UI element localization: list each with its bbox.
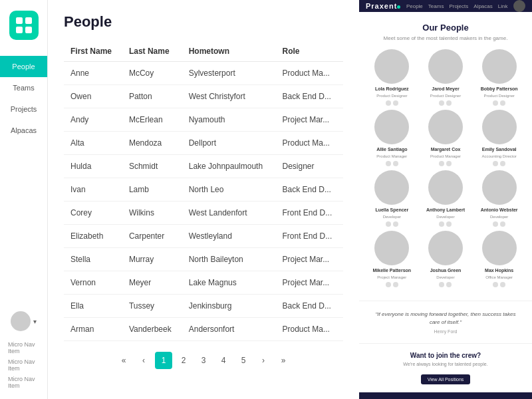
social-icon[interactable] — [386, 100, 391, 106]
person-name: Mikelle Patterson — [373, 268, 412, 273]
social-icon[interactable] — [500, 221, 505, 227]
table-cell: Project Mar... — [276, 271, 343, 295]
micro-nav-item-1[interactable]: Micro Nav Item — [4, 339, 43, 356]
person-social-icons — [386, 100, 398, 106]
pagination-btn[interactable]: 4 — [215, 352, 232, 369]
social-icon[interactable] — [439, 100, 444, 106]
social-icon[interactable] — [500, 161, 505, 166]
pagination-btn[interactable]: 5 — [235, 352, 252, 369]
social-icon[interactable] — [439, 282, 444, 287]
nav-item-projects[interactable]: Projects — [0, 98, 47, 120]
person-social-icons — [493, 100, 505, 106]
person-card: Emily SandovalAccounting Director — [474, 110, 524, 166]
avatar — [11, 311, 31, 331]
pagination-btn[interactable]: » — [275, 352, 292, 369]
table-row: IvanLambNorth LeoBack End D... — [64, 178, 343, 201]
navbar-link-alpacas[interactable]: Alpacas — [473, 3, 492, 9]
brand-dot — [397, 5, 400, 9]
table-cell: Andersonfort — [182, 318, 276, 341]
social-icon[interactable] — [393, 221, 398, 227]
navbar-link-teams[interactable]: Teams — [428, 3, 444, 9]
nav-item-alpacas[interactable]: Alpacas — [0, 120, 47, 141]
pagination-btn[interactable]: « — [115, 352, 132, 369]
navbar-link-extra[interactable]: Link — [498, 3, 508, 9]
social-icon[interactable] — [500, 100, 505, 106]
pagination-btn[interactable]: › — [255, 352, 272, 369]
svg-rect-2 — [16, 27, 23, 33]
social-icon[interactable] — [446, 100, 452, 106]
pagination-btn[interactable]: 1 — [155, 352, 172, 369]
social-icon[interactable] — [393, 161, 398, 166]
nav-item-teams[interactable]: Teams — [0, 77, 47, 98]
person-social-icons — [439, 100, 452, 106]
table-cell: Owen — [64, 85, 122, 108]
main-content: People First Name Last Name Hometown Rol… — [48, 0, 359, 399]
pagination-btn[interactable]: 2 — [175, 352, 192, 369]
table-cell: Ella — [64, 295, 122, 318]
person-name: Joshua Green — [430, 268, 462, 273]
col-hometown: Hometown — [182, 41, 276, 62]
table-row: ElizabethCarpenterWestleylandFront End D… — [64, 225, 343, 248]
table-cell: Product Ma... — [276, 132, 343, 155]
social-icon[interactable] — [493, 100, 498, 106]
quote-text: "If everyone is moving forward together,… — [370, 311, 521, 327]
sidebar-logo — [9, 11, 39, 40]
view-positions-button[interactable]: View All Positions — [421, 374, 471, 384]
table-cell: North Baileyton — [182, 248, 276, 271]
pagination-btn[interactable]: 3 — [195, 352, 212, 369]
table-cell: Product Ma... — [276, 62, 343, 85]
person-avatar — [374, 170, 409, 205]
top-navbar: Praxent People Teams Projects Alpacas Li… — [359, 0, 532, 12]
table-cell: Tussey — [122, 295, 182, 318]
person-social-icons — [439, 161, 452, 166]
table-cell: Vanderbeek — [122, 318, 182, 341]
our-people-title: Our People — [367, 23, 524, 33]
social-icon[interactable] — [500, 282, 505, 287]
social-icon[interactable] — [493, 221, 498, 227]
social-icon[interactable] — [386, 282, 391, 287]
table-cell: McErlean — [122, 108, 182, 132]
table-cell: McCoy — [122, 62, 182, 85]
person-name: Margaret Cox — [431, 147, 461, 152]
person-social-icons — [439, 282, 452, 287]
social-icon[interactable] — [386, 161, 391, 166]
navbar-link-projects[interactable]: Projects — [449, 3, 468, 9]
table-cell: Andy — [64, 108, 122, 132]
person-role: Product Designer — [376, 94, 407, 98]
person-avatar — [428, 49, 463, 84]
person-name: Max Hopkins — [485, 268, 513, 273]
person-social-icons — [439, 221, 452, 227]
person-card: Margaret CoxProduct Manager — [421, 110, 471, 166]
table-cell: West Landenfort — [182, 201, 276, 225]
nav-item-people[interactable]: People — [0, 56, 47, 77]
social-icon[interactable] — [439, 161, 444, 166]
social-icon[interactable] — [439, 221, 444, 227]
person-card: Mikelle PattersonProject Manager — [367, 231, 417, 287]
person-name: Luella Spencer — [375, 207, 408, 212]
social-icon[interactable] — [393, 100, 398, 106]
person-avatar — [428, 110, 463, 144]
table-cell: Alta — [64, 132, 122, 155]
person-avatar — [428, 170, 463, 205]
social-icon[interactable] — [446, 221, 452, 227]
navbar-link-people[interactable]: People — [406, 3, 423, 9]
table-cell: Corey — [64, 201, 122, 225]
social-icon[interactable] — [446, 282, 452, 287]
person-card: Max HopkinsOffice Manager — [474, 231, 524, 287]
table-cell: Schmidt — [122, 155, 182, 178]
micro-nav-item-3[interactable]: Micro Nav Item — [4, 374, 43, 391]
person-card: Allie SantiagoProduct Manager — [367, 110, 417, 166]
person-card: Lola RodriguezProduct Designer — [367, 49, 417, 106]
social-icon[interactable] — [446, 161, 452, 166]
social-icon[interactable] — [393, 282, 398, 287]
social-icon[interactable] — [493, 161, 498, 166]
social-icon[interactable] — [386, 221, 391, 227]
user-avatar-area[interactable]: ▾ — [4, 311, 43, 331]
table-row: EllaTusseyJenkinsburgBack End D... — [64, 295, 343, 318]
micro-nav-item-2[interactable]: Micro Nav Item — [4, 356, 43, 374]
page-title: People — [64, 13, 343, 31]
social-icon[interactable] — [493, 282, 498, 287]
pagination-btn[interactable]: ‹ — [135, 352, 152, 369]
table-cell: Murray — [122, 248, 182, 271]
table-row: CoreyWilkinsWest LandenfortFront End D..… — [64, 201, 343, 225]
